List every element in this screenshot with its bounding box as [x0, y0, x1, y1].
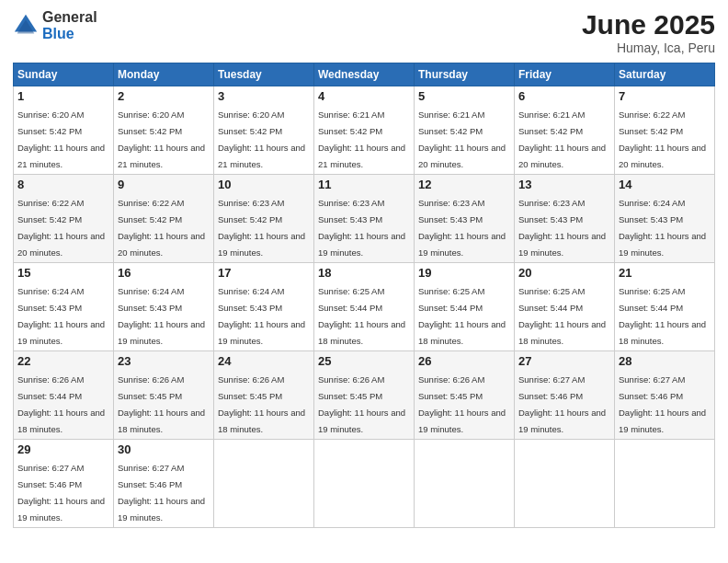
table-row: 9 Sunrise: 6:22 AMSunset: 5:42 PMDayligh… [114, 175, 214, 263]
day-number: 19 [418, 266, 510, 280]
day-number: 27 [518, 354, 610, 368]
day-info: Sunrise: 6:26 AMSunset: 5:45 PMDaylight:… [118, 374, 205, 434]
day-info: Sunrise: 6:21 AMSunset: 5:42 PMDaylight:… [318, 109, 405, 169]
logo-general-text: General [42, 9, 97, 26]
calendar-table: Sunday Monday Tuesday Wednesday Thursday… [13, 63, 715, 528]
table-row: 19 Sunrise: 6:25 AMSunset: 5:44 PMDaylig… [415, 263, 515, 351]
table-row: 29 Sunrise: 6:27 AMSunset: 5:46 PMDaylig… [14, 440, 114, 528]
day-number: 17 [218, 266, 310, 280]
table-row: 3 Sunrise: 6:20 AMSunset: 5:42 PMDayligh… [214, 86, 314, 175]
table-row: 13 Sunrise: 6:23 AMSunset: 5:43 PMDaylig… [515, 175, 615, 263]
day-info: Sunrise: 6:25 AMSunset: 5:44 PMDaylight:… [518, 286, 606, 346]
table-row: 1 Sunrise: 6:20 AMSunset: 5:42 PMDayligh… [14, 86, 114, 175]
day-info: Sunrise: 6:23 AMSunset: 5:43 PMDaylight:… [518, 198, 606, 258]
table-row: 20 Sunrise: 6:25 AMSunset: 5:44 PMDaylig… [515, 263, 615, 351]
day-number: 5 [418, 89, 510, 103]
table-row [314, 440, 415, 528]
day-number: 28 [619, 354, 711, 368]
day-info: Sunrise: 6:23 AMSunset: 5:42 PMDaylight:… [218, 198, 305, 258]
day-info: Sunrise: 6:24 AMSunset: 5:43 PMDaylight:… [619, 198, 706, 258]
table-row: 15 Sunrise: 6:24 AMSunset: 5:43 PMDaylig… [14, 263, 114, 351]
title-location: Humay, Ica, Peru [582, 40, 715, 55]
header: General Blue June 2025 Humay, Ica, Peru [13, 9, 715, 55]
day-number: 1 [17, 89, 109, 103]
header-sunday: Sunday [14, 63, 114, 86]
day-number: 16 [118, 266, 210, 280]
day-info: Sunrise: 6:25 AMSunset: 5:44 PMDaylight:… [318, 286, 405, 346]
table-row: 22 Sunrise: 6:26 AMSunset: 5:44 PMDaylig… [14, 351, 114, 440]
title-block: June 2025 Humay, Ica, Peru [582, 9, 715, 55]
day-info: Sunrise: 6:20 AMSunset: 5:42 PMDaylight:… [17, 109, 105, 169]
table-row [214, 440, 314, 528]
day-info: Sunrise: 6:26 AMSunset: 5:44 PMDaylight:… [17, 374, 105, 434]
day-number: 15 [17, 266, 109, 280]
day-info: Sunrise: 6:27 AMSunset: 5:46 PMDaylight:… [118, 463, 205, 523]
table-row: 10 Sunrise: 6:23 AMSunset: 5:42 PMDaylig… [214, 175, 314, 263]
day-info: Sunrise: 6:22 AMSunset: 5:42 PMDaylight:… [619, 109, 706, 169]
table-row: 4 Sunrise: 6:21 AMSunset: 5:42 PMDayligh… [314, 86, 415, 175]
day-info: Sunrise: 6:27 AMSunset: 5:46 PMDaylight:… [518, 374, 606, 434]
day-number: 2 [118, 89, 210, 103]
table-row: 6 Sunrise: 6:21 AMSunset: 5:42 PMDayligh… [515, 86, 615, 175]
table-row: 25 Sunrise: 6:26 AMSunset: 5:45 PMDaylig… [314, 351, 415, 440]
table-row: 26 Sunrise: 6:26 AMSunset: 5:45 PMDaylig… [415, 351, 515, 440]
header-friday: Friday [515, 63, 615, 86]
table-row: 24 Sunrise: 6:26 AMSunset: 5:45 PMDaylig… [214, 351, 314, 440]
table-row: 8 Sunrise: 6:22 AMSunset: 5:42 PMDayligh… [14, 175, 114, 263]
day-number: 24 [218, 354, 310, 368]
day-number: 3 [218, 89, 310, 103]
table-row: 14 Sunrise: 6:24 AMSunset: 5:43 PMDaylig… [615, 175, 715, 263]
day-number: 4 [318, 89, 410, 103]
header-saturday: Saturday [615, 63, 715, 86]
day-number: 11 [318, 178, 410, 191]
day-number: 6 [518, 89, 610, 103]
day-info: Sunrise: 6:27 AMSunset: 5:46 PMDaylight:… [17, 463, 105, 523]
day-info: Sunrise: 6:24 AMSunset: 5:43 PMDaylight:… [17, 286, 105, 346]
day-number: 9 [118, 178, 210, 191]
header-tuesday: Tuesday [214, 63, 314, 86]
table-row [615, 440, 715, 528]
logo: General Blue [13, 9, 97, 41]
logo-text: General Blue [42, 9, 97, 41]
day-number: 21 [619, 266, 711, 280]
day-number: 13 [518, 178, 610, 191]
table-row: 28 Sunrise: 6:27 AMSunset: 5:46 PMDaylig… [615, 351, 715, 440]
day-number: 26 [418, 354, 510, 368]
page: General Blue June 2025 Humay, Ica, Peru … [0, 0, 728, 563]
table-row: 27 Sunrise: 6:27 AMSunset: 5:46 PMDaylig… [515, 351, 615, 440]
day-info: Sunrise: 6:21 AMSunset: 5:42 PMDaylight:… [518, 109, 606, 169]
day-number: 29 [17, 442, 109, 456]
table-row: 30 Sunrise: 6:27 AMSunset: 5:46 PMDaylig… [114, 440, 214, 528]
day-number: 8 [17, 178, 109, 191]
day-number: 14 [619, 178, 711, 191]
day-number: 30 [118, 442, 210, 456]
table-row: 18 Sunrise: 6:25 AMSunset: 5:44 PMDaylig… [314, 263, 415, 351]
table-row: 16 Sunrise: 6:24 AMSunset: 5:43 PMDaylig… [114, 263, 214, 351]
day-number: 7 [619, 89, 711, 103]
day-info: Sunrise: 6:20 AMSunset: 5:42 PMDaylight:… [118, 109, 205, 169]
day-info: Sunrise: 6:20 AMSunset: 5:42 PMDaylight:… [218, 109, 305, 169]
day-info: Sunrise: 6:26 AMSunset: 5:45 PMDaylight:… [418, 374, 506, 434]
header-thursday: Thursday [415, 63, 515, 86]
table-row: 11 Sunrise: 6:23 AMSunset: 5:43 PMDaylig… [314, 175, 415, 263]
table-row: 7 Sunrise: 6:22 AMSunset: 5:42 PMDayligh… [615, 86, 715, 175]
table-row: 21 Sunrise: 6:25 AMSunset: 5:44 PMDaylig… [615, 263, 715, 351]
header-monday: Monday [114, 63, 214, 86]
day-info: Sunrise: 6:21 AMSunset: 5:42 PMDaylight:… [418, 109, 506, 169]
day-number: 12 [418, 178, 510, 191]
day-info: Sunrise: 6:24 AMSunset: 5:43 PMDaylight:… [218, 286, 305, 346]
day-info: Sunrise: 6:22 AMSunset: 5:42 PMDaylight:… [118, 198, 205, 258]
table-row [515, 440, 615, 528]
table-row [415, 440, 515, 528]
day-number: 25 [318, 354, 410, 368]
day-info: Sunrise: 6:25 AMSunset: 5:44 PMDaylight:… [619, 286, 706, 346]
day-number: 18 [318, 266, 410, 280]
day-number: 20 [518, 266, 610, 280]
day-info: Sunrise: 6:27 AMSunset: 5:46 PMDaylight:… [619, 374, 706, 434]
table-row: 23 Sunrise: 6:26 AMSunset: 5:45 PMDaylig… [114, 351, 214, 440]
day-info: Sunrise: 6:26 AMSunset: 5:45 PMDaylight:… [218, 374, 305, 434]
table-row: 2 Sunrise: 6:20 AMSunset: 5:42 PMDayligh… [114, 86, 214, 175]
logo-blue-text: Blue [42, 26, 97, 42]
day-info: Sunrise: 6:26 AMSunset: 5:45 PMDaylight:… [318, 374, 405, 434]
table-row: 5 Sunrise: 6:21 AMSunset: 5:42 PMDayligh… [415, 86, 515, 175]
